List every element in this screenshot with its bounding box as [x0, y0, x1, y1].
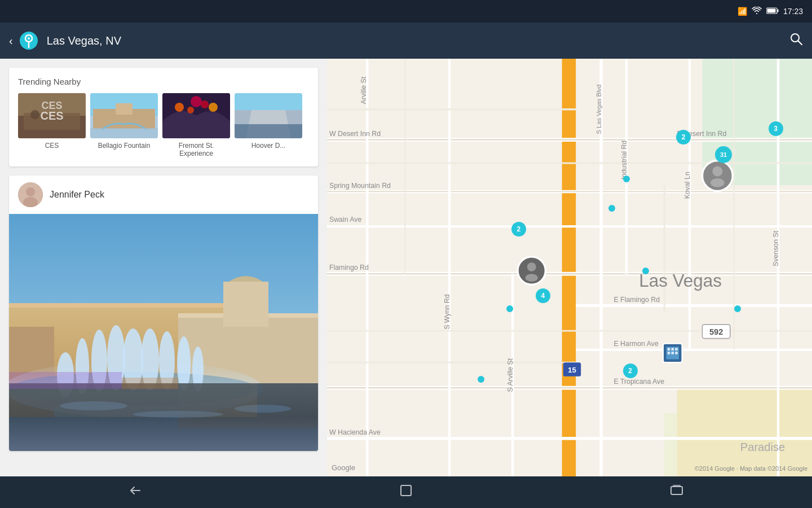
- svg-point-4: [28, 37, 30, 40]
- main-content: Trending Nearby CES C: [0, 59, 812, 476]
- map-marker-dot-5: [734, 305, 741, 312]
- map-marker-dot-1: [623, 176, 630, 182]
- trending-label-fremont: Fremont St. Experience: [162, 142, 230, 157]
- map-background: Arville St S Wynn Rd S Arville St Indust…: [327, 59, 812, 476]
- svg-line-6: [798, 41, 802, 45]
- trending-item-ces[interactable]: CES CES: [18, 93, 86, 157]
- trending-title: Trending Nearby: [18, 77, 309, 86]
- svg-rect-2: [767, 9, 775, 13]
- svg-rect-124: [675, 352, 677, 354]
- svg-text:Swain Ave: Swain Ave: [329, 216, 361, 224]
- user-photo-card: Jennifer Peck: [9, 176, 318, 451]
- wifi-icon: [752, 7, 762, 16]
- user-row: Jennifer Peck: [9, 176, 318, 214]
- svg-text:Svenson St: Svenson St: [772, 230, 780, 266]
- map-marker-dot-2: [608, 205, 615, 212]
- svg-text:Flamingo Rd: Flamingo Rd: [329, 264, 369, 271]
- trending-item-hoover[interactable]: Hoover D...: [235, 93, 302, 157]
- svg-rect-27: [235, 124, 302, 138]
- trending-thumb-fremont: [162, 93, 230, 138]
- back-button[interactable]: ‹: [9, 34, 13, 47]
- map-marker-dot-4: [506, 305, 513, 312]
- search-button[interactable]: [789, 32, 803, 49]
- svg-text:592: 592: [709, 327, 723, 336]
- bottom-nav: [0, 476, 812, 508]
- svg-text:S Wynn Rd: S Wynn Rd: [443, 294, 451, 329]
- map-marker-4[interactable]: 4: [536, 288, 550, 303]
- back-nav-button[interactable]: [106, 479, 165, 505]
- photo-container: [9, 214, 318, 451]
- svg-text:Spring Mountain Rd: Spring Mountain Rd: [329, 182, 391, 190]
- svg-point-115: [527, 262, 536, 271]
- trending-card: Trending Nearby CES C: [9, 68, 318, 167]
- svg-text:S Las Vegas Blvd: S Las Vegas Blvd: [595, 85, 602, 134]
- app-logo: [20, 32, 38, 50]
- svg-text:Paradise: Paradise: [740, 441, 785, 453]
- map-panel[interactable]: Arville St S Wynn Rd S Arville St Indust…: [327, 59, 812, 476]
- svg-point-113: [710, 178, 725, 187]
- location-title: Las Vegas, NV: [47, 34, 783, 47]
- svg-text:Arville St: Arville St: [360, 76, 368, 104]
- trending-thumb-hoover: [235, 93, 302, 138]
- svg-rect-38: [223, 282, 268, 327]
- status-bar: 📶 17:23: [0, 0, 812, 23]
- svg-rect-121: [675, 348, 677, 350]
- svg-text:Koval Ln: Koval Ln: [683, 172, 691, 199]
- home-nav-button[interactable]: [377, 479, 435, 505]
- svg-rect-16: [116, 103, 133, 115]
- svg-rect-122: [668, 352, 670, 354]
- top-bar: ‹ Las Vegas, NV: [0, 23, 812, 59]
- svg-text:E Flamingo Rd: E Flamingo Rd: [614, 296, 660, 304]
- svg-text:Industrial Rd: Industrial Rd: [620, 141, 628, 179]
- map-marker-3[interactable]: 3: [769, 121, 783, 136]
- trending-thumb-bellagio: [90, 93, 158, 138]
- svg-rect-119: [668, 348, 670, 350]
- svg-point-11: [30, 110, 39, 119]
- google-logo: Google: [332, 463, 355, 472]
- svg-point-29: [26, 187, 35, 196]
- trending-item-fremont[interactable]: Fremont St. Experience: [162, 93, 230, 157]
- svg-text:S Arville St: S Arville St: [506, 358, 514, 392]
- map-marker-2-top[interactable]: 2: [676, 130, 691, 144]
- user-avatar: [18, 182, 43, 207]
- left-panel: Trending Nearby CES C: [0, 59, 327, 476]
- svg-rect-1: [777, 10, 778, 12]
- svg-text:CES: CES: [41, 100, 62, 111]
- map-marker-dot-6: [478, 376, 484, 383]
- map-copyright: ©2014 Google · Map data ©2014 Google: [695, 465, 807, 472]
- svg-rect-35: [9, 303, 257, 308]
- battery-icon: [766, 7, 779, 16]
- svg-text:W Hacienda Ave: W Hacienda Ave: [329, 428, 381, 436]
- svg-point-21: [191, 96, 202, 107]
- svg-rect-57: [122, 378, 178, 389]
- svg-rect-125: [401, 485, 411, 496]
- svg-point-22: [209, 103, 218, 112]
- svg-rect-62: [562, 59, 576, 476]
- recent-nav-button[interactable]: [647, 479, 706, 505]
- svg-point-116: [526, 274, 538, 281]
- svg-rect-120: [672, 348, 674, 350]
- trending-label-bellagio: Bellagio Fountain: [98, 142, 151, 150]
- svg-text:E Tropicana Ave: E Tropicana Ave: [614, 378, 664, 386]
- svg-rect-126: [671, 487, 682, 494]
- svg-point-112: [712, 167, 722, 177]
- svg-rect-17: [90, 128, 158, 138]
- status-time: 17:23: [783, 7, 803, 16]
- svg-text:W Desert Inn Rd: W Desert Inn Rd: [329, 130, 381, 138]
- trending-label-hoover: Hoover D...: [251, 142, 286, 150]
- map-marker-2-left[interactable]: 2: [511, 222, 526, 237]
- svg-rect-123: [672, 352, 674, 354]
- map-marker-2-lower[interactable]: 2: [623, 364, 638, 378]
- map-marker-dot-3: [642, 268, 649, 274]
- svg-text:Las Vegas: Las Vegas: [639, 271, 722, 291]
- trending-item-bellagio[interactable]: Bellagio Fountain: [90, 93, 158, 157]
- svg-rect-61: [677, 388, 812, 476]
- svg-text:15: 15: [568, 366, 576, 374]
- svg-text:E Harmon Ave: E Harmon Ave: [614, 340, 658, 348]
- svg-point-20: [175, 103, 184, 112]
- bluetooth-icon: 📶: [738, 7, 747, 16]
- user-name: Jennifer Peck: [50, 190, 104, 200]
- svg-point-23: [187, 107, 194, 113]
- svg-rect-127: [673, 485, 681, 486]
- svg-point-24: [201, 100, 209, 108]
